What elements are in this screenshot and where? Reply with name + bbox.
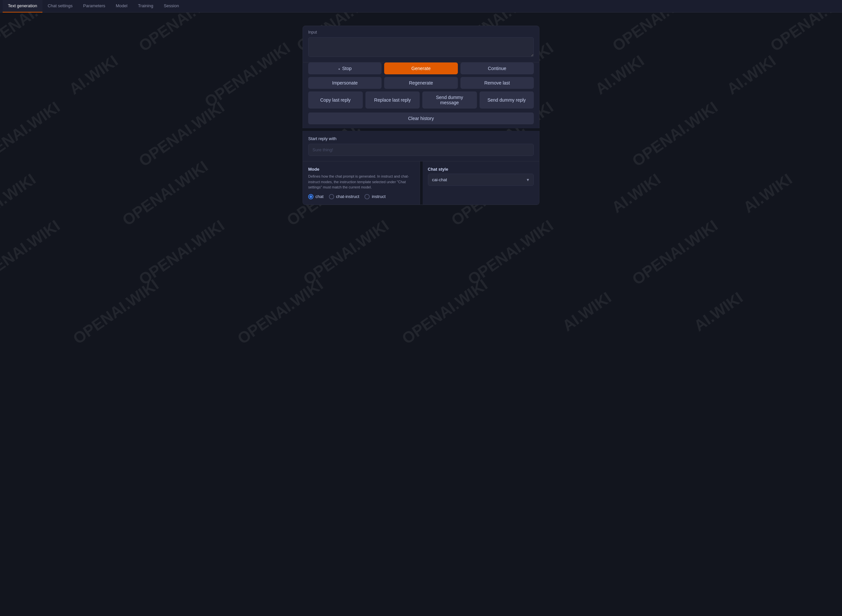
- chat-style-title: Chat style: [428, 167, 534, 172]
- nav-bar: Text generation Chat settings Parameters…: [0, 0, 842, 13]
- input-section: Input: [302, 26, 540, 63]
- mode-option-instruct[interactable]: instruct: [364, 194, 386, 199]
- mode-section: Mode Defines how the chat prompt is gene…: [303, 161, 420, 205]
- radio-circle-chat-instruct: [329, 194, 334, 199]
- replace-last-reply-button[interactable]: Replace last reply: [365, 91, 420, 109]
- start-reply-label: Start reply with: [308, 136, 534, 141]
- continue-button[interactable]: Continue: [461, 63, 534, 74]
- tab-model[interactable]: Model: [110, 0, 132, 13]
- clear-row: Clear history: [302, 113, 540, 128]
- stop-button[interactable]: Stop: [308, 63, 381, 74]
- start-reply-section: Start reply with: [302, 131, 540, 161]
- input-textarea[interactable]: [308, 37, 534, 57]
- chat-style-select-wrapper: cai-chat ▼: [428, 174, 534, 186]
- radio-circle-instruct: [364, 194, 370, 199]
- tab-text-generation[interactable]: Text generation: [3, 0, 43, 13]
- send-dummy-reply-button[interactable]: Send dummy reply: [480, 91, 534, 109]
- radio-circle-chat: [308, 194, 314, 199]
- chat-style-section: Chat style cai-chat ▼: [422, 161, 540, 205]
- button-section: Stop Generate Continue Impersonate Regen…: [302, 63, 540, 113]
- mode-label-instruct: instruct: [372, 194, 386, 199]
- clear-history-button[interactable]: Clear history: [308, 113, 534, 124]
- tab-chat-settings[interactable]: Chat settings: [43, 0, 78, 13]
- send-dummy-message-button[interactable]: Send dummy message: [422, 91, 477, 109]
- mode-option-chat[interactable]: chat: [308, 194, 324, 199]
- regenerate-button[interactable]: Regenerate: [384, 77, 458, 89]
- mode-description: Defines how the chat prompt is generated…: [308, 174, 414, 190]
- start-reply-input[interactable]: [308, 144, 534, 156]
- mode-title: Mode: [308, 167, 414, 172]
- tab-session[interactable]: Session: [158, 0, 184, 13]
- button-row-3: Copy last reply Replace last reply Send …: [308, 91, 534, 109]
- bottom-row: Mode Defines how the chat prompt is gene…: [302, 161, 540, 205]
- copy-last-reply-button[interactable]: Copy last reply: [308, 91, 363, 109]
- mode-label-chat-instruct: chat-instruct: [336, 194, 359, 199]
- main-panel: Input Stop Generate Continue Impersonate…: [302, 26, 540, 205]
- tab-parameters[interactable]: Parameters: [78, 0, 110, 13]
- impersonate-button[interactable]: Impersonate: [308, 77, 381, 89]
- main-content: Input Stop Generate Continue Impersonate…: [0, 13, 842, 616]
- tab-training[interactable]: Training: [132, 0, 158, 13]
- generate-button[interactable]: Generate: [384, 63, 458, 74]
- mode-radio-group: chat chat-instruct instruct: [308, 194, 414, 199]
- mode-option-chat-instruct[interactable]: chat-instruct: [329, 194, 359, 199]
- input-label: Input: [308, 30, 534, 35]
- remove-last-button[interactable]: Remove last: [461, 77, 534, 89]
- button-row-1: Stop Generate Continue: [308, 63, 534, 74]
- button-row-2: Impersonate Regenerate Remove last: [308, 77, 534, 89]
- mode-label-chat: chat: [315, 194, 324, 199]
- chat-style-select[interactable]: cai-chat: [428, 174, 534, 186]
